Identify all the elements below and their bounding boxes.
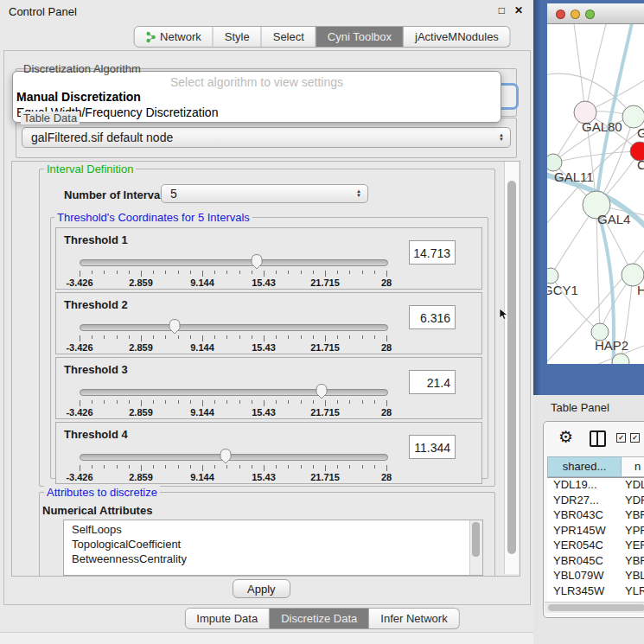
network-node-gcy1[interactable] <box>547 268 558 284</box>
mouse-cursor <box>499 309 508 321</box>
threshold-label: Threshold 4 <box>64 428 128 441</box>
bottom-tab-discretize-data[interactable]: Discretize Data <box>270 608 369 629</box>
table-data-combo-value: galFiltered.sif default node <box>31 131 173 144</box>
slider-tick <box>190 400 191 404</box>
threshold-slider-2[interactable]: -3.4262.8599.14415.4321.71528 <box>80 317 386 352</box>
network-window-titlebar[interactable] <box>547 3 644 24</box>
slider-scale-label: 21.715 <box>310 472 340 482</box>
table-data-combo[interactable]: galFiltered.sif default node ▲▼ <box>22 127 511 148</box>
algorithm-option-manual[interactable]: Manual Discretization <box>13 89 501 105</box>
threshold-slider-1[interactable]: -3.4262.8599.14415.4321.71528 <box>80 252 386 287</box>
node-table-box: ⚙ ✓ ✓ shared... n YDL19...YDL1YDR27...YD… <box>543 421 644 618</box>
slider-thumb[interactable] <box>168 318 182 338</box>
node-label: H <box>637 283 644 297</box>
slider-tick <box>178 335 179 339</box>
checkbox-icon[interactable]: ✓ <box>630 433 640 443</box>
table-row[interactable]: YBL079WYBL0 <box>547 569 644 584</box>
slider-tick <box>178 400 179 404</box>
list-item[interactable]: TopologicalCoefficient <box>64 537 482 552</box>
slider-tick <box>117 465 118 469</box>
threshold-value-field[interactable]: 14.713 <box>409 240 456 265</box>
slider-tick <box>117 400 118 404</box>
table-row[interactable]: YPR145WYPR1 <box>547 524 644 539</box>
checkbox-icon[interactable]: ✓ <box>616 433 626 443</box>
float-icon[interactable]: □ <box>499 4 505 16</box>
list-scrollbar-thumb[interactable] <box>472 522 480 557</box>
threshold-panel-1: Threshold 1-3.4262.8599.14415.4321.71528… <box>55 227 482 290</box>
split-columns-icon[interactable] <box>590 430 606 447</box>
slider-track[interactable] <box>80 324 388 331</box>
slider-track[interactable] <box>80 389 388 396</box>
slider-tick <box>386 400 387 406</box>
slider-tick <box>276 465 277 469</box>
table-row[interactable]: YBR045CYBR0 <box>547 554 644 570</box>
slider-track[interactable] <box>80 454 388 461</box>
table-header-name[interactable]: n <box>622 456 644 477</box>
threshold-value-field[interactable]: 6.316 <box>409 305 456 329</box>
tab-select-label: Select <box>273 30 304 43</box>
bottom-tab-impute-data[interactable]: Impute Data <box>184 608 270 629</box>
slider-scale-label: 15.43 <box>252 407 276 418</box>
tab-jactivemnodules[interactable]: jActiveMNodules <box>404 26 511 48</box>
slider-tick <box>264 335 265 341</box>
threshold-slider-3[interactable]: -3.4262.8599.14415.4321.71528 <box>80 382 386 417</box>
slider-tick <box>301 335 302 339</box>
table-cell-shared-name: YPR145W <box>547 524 622 539</box>
panel-scrollbar[interactable] <box>504 162 519 574</box>
panel-scrollbar-thumb[interactable] <box>507 181 516 554</box>
close-traffic-light[interactable] <box>556 10 565 19</box>
slider-tick <box>104 465 105 469</box>
slider-tick <box>337 271 338 274</box>
slider-tick <box>165 465 166 469</box>
slider-tick <box>276 271 277 274</box>
slider-thumb[interactable] <box>219 448 233 468</box>
tab-cyni-toolbox[interactable]: Cyni Toolbox <box>316 26 404 48</box>
apply-button[interactable]: Apply <box>233 579 290 598</box>
table-row[interactable]: YDL19...YDL1 <box>547 478 644 494</box>
slider-tick <box>362 465 363 469</box>
slider-tick <box>252 271 252 274</box>
num-intervals-combo[interactable]: 5 ▲▼ <box>161 184 368 203</box>
list-scrollbar[interactable] <box>469 520 482 575</box>
table-header-shared-name[interactable]: shared... <box>547 456 622 477</box>
slider-tick <box>337 465 338 469</box>
list-item[interactable]: SelfLoops <box>64 522 482 537</box>
algorithm-option-equal-width[interactable]: Equal Width/Frequency Discretization <box>13 105 501 120</box>
tab-style[interactable]: Style <box>214 26 262 48</box>
table-row[interactable]: YBR043CYBR0 <box>547 508 644 524</box>
table-cell-shared-name: YBL079W <box>547 569 622 584</box>
bottom-tab-infer-network[interactable]: Infer Network <box>369 608 459 629</box>
gear-icon[interactable]: ⚙ <box>558 427 573 446</box>
table-cell-name: YDL1 <box>622 478 644 494</box>
numerical-attributes-list[interactable]: SelfLoopsTopologicalCoefficientBetweenne… <box>63 520 483 576</box>
table-row[interactable]: YLR345WYLR3 <box>547 584 644 600</box>
slider-track[interactable] <box>80 259 388 266</box>
tab-select[interactable]: Select <box>262 26 316 48</box>
tab-network[interactable]: Network <box>133 26 214 48</box>
bottom-tab-impute-data-label: Impute Data <box>196 612 258 625</box>
slider-tick <box>362 335 363 339</box>
table-row[interactable]: YER054CYER0 <box>547 539 644 554</box>
threshold-value-field[interactable]: 11.344 <box>409 435 456 459</box>
threshold-slider-4[interactable]: -3.4262.8599.14415.4321.71528 <box>80 447 386 481</box>
slider-scale-label: 28 <box>381 407 392 418</box>
slider-tick <box>288 465 289 469</box>
table-cell-name: YER0 <box>622 539 644 554</box>
list-item[interactable]: BetweennessCentrality <box>64 552 482 566</box>
network-canvas[interactable]: GAL80GACGAL11GAL4GCY1HHAP2 <box>547 24 644 364</box>
slider-scale-label: 21.715 <box>310 407 340 418</box>
table-hscrollbar[interactable] <box>545 602 644 613</box>
close-icon[interactable]: ✕ <box>514 4 523 16</box>
slider-thumb[interactable] <box>315 383 328 403</box>
slider-tick <box>165 335 166 339</box>
slider-scale-label: 21.715 <box>310 342 340 353</box>
slider-scale-label: 28 <box>381 342 392 353</box>
table-hscrollbar-thumb[interactable] <box>548 604 644 611</box>
zoom-traffic-light[interactable] <box>585 10 595 19</box>
slider-tick <box>374 271 375 274</box>
minimize-traffic-light[interactable] <box>571 10 580 19</box>
slider-tick <box>386 335 387 341</box>
table-row[interactable]: YDR27...YDR2 <box>547 494 644 509</box>
threshold-value-field[interactable]: 21.4 <box>409 370 456 394</box>
network-node-gal11[interactable] <box>547 154 562 171</box>
